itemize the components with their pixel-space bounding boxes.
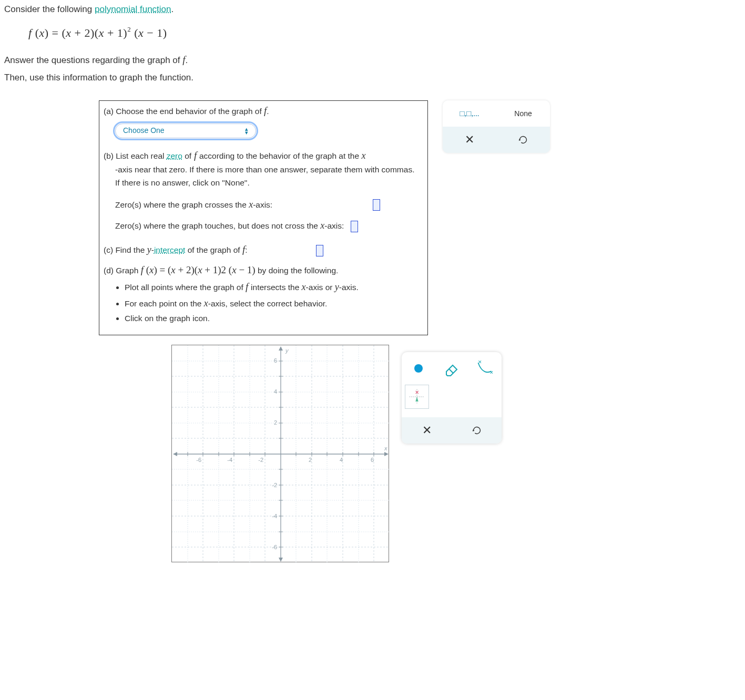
- function-formula: f (x) = (x + 2)(x + 1)2 (x − 1): [28, 26, 741, 40]
- prompt-line-1: Answer the questions regarding the graph…: [4, 52, 741, 68]
- undo-button[interactable]: [496, 127, 550, 153]
- svg-text:-4: -4: [227, 457, 232, 463]
- zeros-touches-row: Zero(s) where the graph touches, but doe…: [115, 218, 423, 233]
- close-icon: ✕: [422, 424, 432, 437]
- part-d: (d) Graph f (x) = (x + 2)(x + 1)2 (x − 1…: [99, 260, 427, 335]
- intercept-link[interactable]: intercept: [154, 245, 185, 254]
- none-button[interactable]: None: [496, 100, 550, 127]
- svg-text:-2: -2: [258, 457, 263, 463]
- part-a-text: Choose the end behavior of the graph of: [116, 107, 264, 116]
- svg-text:✕: ✕: [489, 370, 494, 375]
- end-behavior-select[interactable]: Choose One ▴▾: [115, 123, 256, 138]
- zero-link[interactable]: zero: [167, 151, 182, 160]
- y-intercept-input[interactable]: [316, 245, 323, 256]
- svg-text:4: 4: [340, 457, 343, 463]
- undo-icon: [471, 425, 483, 436]
- point-icon: [414, 364, 423, 373]
- polynomial-function-link[interactable]: polynomial function: [95, 4, 171, 14]
- behavior-cross-touch-icon: ✕: [407, 387, 426, 406]
- clear-button[interactable]: ✕: [443, 127, 496, 153]
- zeros-crosses-input[interactable]: [373, 199, 380, 211]
- part-d-bullets: Plot all points where the graph of f int…: [115, 279, 423, 325]
- part-a-label: (a): [104, 107, 116, 116]
- part-b: (b) List each real zero of f according t…: [99, 146, 427, 240]
- curve-icon: ✕ ✕: [475, 359, 494, 378]
- eraser-tool-button[interactable]: [435, 352, 468, 385]
- intro-prefix: Consider the following: [4, 4, 95, 14]
- part-c: (c) Find the y-intercept of the graph of…: [99, 240, 427, 260]
- svg-text:y: y: [285, 347, 289, 354]
- svg-text:2: 2: [309, 457, 312, 463]
- svg-text:x: x: [384, 445, 387, 451]
- curve-tool-button[interactable]: ✕ ✕: [468, 352, 502, 385]
- svg-text:-2: -2: [272, 482, 277, 488]
- close-icon: ✕: [465, 133, 474, 147]
- svg-line-64: [449, 369, 453, 373]
- zeros-touches-input[interactable]: [351, 221, 358, 232]
- graph-clear-button[interactable]: ✕: [402, 417, 452, 444]
- svg-text:✕: ✕: [415, 389, 419, 395]
- zeros-crosses-row: Zero(s) where the graph crosses the x-ax…: [115, 197, 423, 212]
- svg-text:6: 6: [274, 357, 277, 364]
- behavior-tool-button[interactable]: ✕: [405, 385, 429, 409]
- part-a: (a) Choose the end behavior of the graph…: [99, 101, 427, 145]
- prompt-line-2: Then, use this information to graph the …: [4, 70, 741, 86]
- part-b-label: (b): [104, 151, 116, 160]
- point-tool-button[interactable]: [402, 352, 435, 385]
- graph-tools-palette: ✕ ✕ ✕ ✕: [402, 352, 502, 444]
- undo-icon: [517, 134, 529, 146]
- svg-text:4: 4: [274, 388, 277, 395]
- graph-canvas[interactable]: 2 4 6 -2 -4 -6 2 4 6 -2 -4 -6 y x: [171, 345, 389, 562]
- answer-format-palette: □,□,... None ✕: [443, 100, 550, 153]
- select-placeholder: Choose One: [123, 125, 165, 136]
- part-c-label: (c): [104, 245, 115, 254]
- svg-text:-4: -4: [272, 513, 277, 519]
- chevron-updown-icon: ▴▾: [245, 127, 248, 134]
- graph-undo-button[interactable]: [452, 417, 502, 444]
- svg-text:2: 2: [274, 419, 277, 426]
- svg-text:-6: -6: [196, 457, 201, 463]
- intro-suffix: .: [171, 4, 174, 14]
- svg-text:6: 6: [371, 457, 374, 463]
- svg-text:✕: ✕: [478, 359, 483, 365]
- list-format-button[interactable]: □,□,...: [443, 100, 496, 127]
- eraser-icon: [442, 359, 461, 378]
- grid: 2 4 6 -2 -4 -6 2 4 6 -2 -4 -6 y x: [172, 345, 390, 563]
- question-box: (a) Choose the end behavior of the graph…: [99, 100, 428, 335]
- intro-text: Consider the following polynomial functi…: [4, 4, 741, 15]
- part-d-label: (d): [104, 266, 116, 275]
- svg-text:-6: -6: [272, 544, 277, 550]
